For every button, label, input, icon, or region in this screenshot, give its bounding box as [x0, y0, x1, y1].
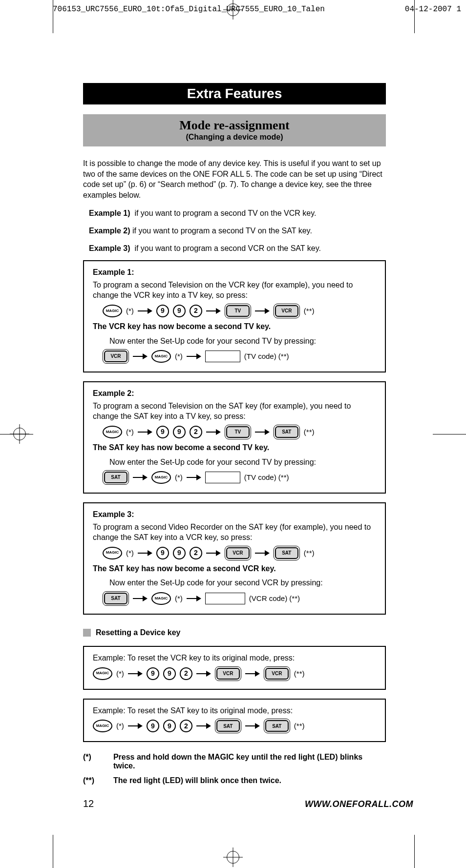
- star-note: (*): [116, 669, 124, 679]
- sat-key-icon: SAT: [103, 591, 129, 606]
- digit-9-key: 9: [156, 547, 169, 559]
- star-note: (*): [175, 351, 183, 361]
- sat-key-icon: SAT: [264, 719, 290, 733]
- example-1-result: The VCR key has now become a second TV k…: [93, 321, 376, 332]
- star-note: (*): [175, 594, 183, 603]
- digit-9-key: 9: [173, 426, 186, 438]
- example-3-seq-2: SAT (*) (VCR code) (**): [93, 591, 376, 606]
- arrow-icon: [255, 308, 270, 314]
- double-star-note: (**): [304, 306, 315, 316]
- example-3-box: Example 3: To program a second Video Rec…: [83, 502, 386, 615]
- sat-key-icon: SAT: [103, 470, 129, 485]
- reset-sat-seq: (*) 9 9 2 SAT SAT (**): [93, 719, 376, 733]
- code-label: (TV code) (**): [244, 473, 289, 482]
- arrow-icon: [196, 671, 211, 677]
- vcr-key-icon: VCR: [215, 666, 241, 681]
- magic-key-icon: [103, 426, 122, 438]
- arrow-icon: [128, 723, 143, 729]
- example-1-desc: To program a second Television on the VC…: [93, 280, 376, 301]
- example-3-result: The SAT key has now become a second VCR …: [93, 563, 376, 574]
- arrow-icon: [245, 723, 260, 729]
- example-2-title: Example 2:: [93, 388, 376, 399]
- magic-key-icon: [151, 471, 171, 484]
- arrow-icon: [187, 596, 201, 601]
- arrow-icon: [138, 550, 152, 556]
- arrow-icon: [206, 308, 221, 314]
- example-2-line: Example 2) if you want to program a seco…: [83, 226, 386, 236]
- footnote-double-star: (**) The red light (LED) will blink once…: [83, 776, 386, 785]
- double-star-note: (**): [294, 669, 305, 679]
- digit-2-key: 2: [190, 426, 202, 438]
- digit-9-key: 9: [173, 547, 186, 559]
- magic-key-icon: [103, 305, 122, 317]
- example-2-sub: Now enter the Set-Up code for your secon…: [109, 457, 376, 468]
- section-title: Mode re-assignment: [83, 118, 386, 133]
- digit-2-key: 2: [190, 305, 202, 317]
- arrow-icon: [255, 550, 270, 556]
- example-1-line: Example 1) if you want to program a seco…: [83, 208, 386, 219]
- example-1-box: Example 1: To program a second Televisio…: [83, 260, 386, 372]
- square-bullet-icon: [83, 629, 91, 637]
- example-2-box: Example 2: To program a second Televisio…: [83, 381, 386, 494]
- registration-target: [13, 428, 26, 440]
- arrow-icon: [138, 429, 152, 435]
- digit-9-key: 9: [147, 667, 159, 680]
- vcr-key-icon: VCR: [225, 546, 251, 560]
- arrow-icon: [133, 353, 148, 359]
- code-placeholder: [205, 351, 240, 362]
- intro-paragraph: It is possible to change the mode of any…: [83, 158, 386, 200]
- arrow-icon: [187, 353, 201, 359]
- example-3-title: Example 3:: [93, 509, 376, 520]
- footnote-star: (*) Press and hold down the MAGIC key un…: [83, 753, 386, 770]
- arrow-icon: [255, 429, 270, 435]
- extra-features-bar: Extra Features: [83, 83, 386, 104]
- code-placeholder: [205, 593, 245, 604]
- magic-key-icon: [151, 350, 171, 363]
- arrow-icon: [133, 475, 148, 480]
- vcr-key-icon: VCR: [103, 349, 129, 364]
- magic-key-icon: [93, 667, 112, 680]
- reset-vcr-box: Example: To reset the VCR key to its ori…: [83, 646, 386, 690]
- sat-key-icon: SAT: [215, 719, 241, 733]
- arrow-icon: [196, 723, 211, 729]
- crop-mark: [414, 835, 415, 868]
- arrow-icon: [206, 429, 221, 435]
- footnote-key: (**): [83, 776, 105, 785]
- magic-key-icon: [103, 547, 122, 559]
- double-star-note: (**): [304, 548, 315, 558]
- code-label: (TV code) (**): [244, 351, 289, 361]
- section-title-bar: Mode re-assignment (Changing a device mo…: [83, 114, 386, 146]
- arrow-icon: [128, 671, 143, 677]
- arrow-icon: [206, 550, 221, 556]
- example-3-line: Example 3) if you want to program a seco…: [83, 243, 386, 254]
- reset-heading: Resetting a Device key: [83, 628, 386, 637]
- example-1-title: Example 1:: [93, 267, 376, 278]
- digit-2-key: 2: [180, 720, 192, 732]
- reset-sat-box: Example: To reset the SAT key to its ori…: [83, 699, 386, 743]
- crop-mark: [53, 835, 53, 868]
- registration-target: [227, 851, 239, 864]
- arrow-icon: [138, 308, 152, 314]
- digit-9-key: 9: [156, 305, 169, 317]
- reset-vcr-text: Example: To reset the VCR key to its ori…: [93, 653, 376, 663]
- example-2-seq-1: (*) 9 9 2 TV SAT (**): [93, 425, 376, 439]
- tv-key-icon: TV: [225, 425, 251, 439]
- sat-key-icon: SAT: [274, 425, 300, 439]
- digit-9-key: 9: [147, 720, 159, 732]
- runner-left: 706153_URC7556_EURO_10t:Ofa5_Digital_URC…: [53, 5, 325, 14]
- arrow-icon: [187, 475, 201, 480]
- example-3-sub: Now enter the Set-Up code for your secon…: [109, 578, 376, 588]
- star-note: (*): [126, 548, 134, 558]
- digit-9-key: 9: [173, 305, 186, 317]
- vcr-key-icon: VCR: [264, 666, 290, 681]
- example-1-sub: Now enter the Set-Up code for your secon…: [109, 336, 376, 347]
- star-note: (*): [116, 721, 124, 731]
- double-star-note: (**): [304, 427, 315, 437]
- star-note: (*): [126, 427, 134, 437]
- star-note: (*): [175, 473, 183, 482]
- digit-9-key: 9: [163, 667, 176, 680]
- digit-2-key: 2: [180, 667, 192, 680]
- runner-right: 04-12-2007 1: [405, 5, 461, 14]
- reset-vcr-seq: (*) 9 9 2 VCR VCR (**): [93, 666, 376, 681]
- digit-9-key: 9: [163, 720, 176, 732]
